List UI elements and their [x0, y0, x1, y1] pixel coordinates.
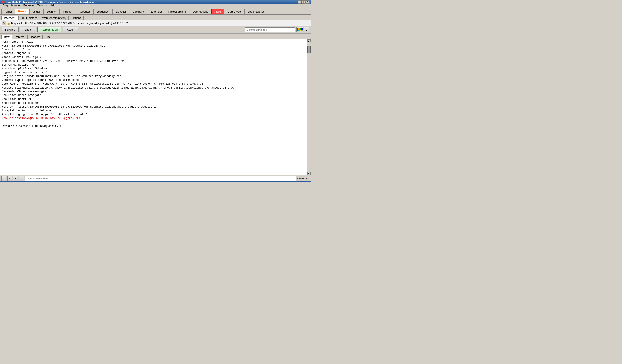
scroll-thumb[interactable]: [307, 46, 311, 53]
tab-scanner[interactable]: Scanner: [43, 9, 59, 14]
color-red: [297, 28, 298, 30]
tab-project-options[interactable]: Project options: [166, 9, 189, 14]
edit-icon[interactable]: ✎: [2, 21, 6, 25]
matches-label: 0 matches: [297, 177, 310, 180]
content-area: POST /cart HTTP/1.1 Host: 0a4e004c040be9…: [0, 39, 311, 175]
tab-proxy[interactable]: Proxy: [15, 9, 29, 14]
tab-repeater[interactable]: Repeater: [76, 9, 93, 14]
intercept-toggle-button[interactable]: Intercept is on: [37, 27, 61, 32]
color-gray: [301, 30, 303, 31]
app-title: Burp Suite Professional v1.7.37 - Tempor…: [6, 1, 94, 3]
content-tab-raw[interactable]: Raw: [1, 35, 12, 39]
scroll-down-arrow[interactable]: ▼: [307, 172, 311, 175]
comment-input[interactable]: [245, 27, 295, 32]
content-tab-headers[interactable]: Headers: [27, 35, 42, 39]
toolbar-help-button[interactable]: ?: [304, 27, 309, 32]
help-bottom-button[interactable]: ?: [1, 176, 6, 181]
content-tabs: Raw Params Headers Hex: [0, 34, 311, 39]
content-tab-params[interactable]: Params: [13, 35, 27, 39]
menu-bar: Burp Intruder Repeater Window Help: [0, 4, 311, 7]
color-blue: [301, 28, 303, 30]
action-button[interactable]: Action: [62, 27, 78, 32]
scroll-up-arrow[interactable]: ▲: [307, 39, 311, 42]
prev-button[interactable]: <: [7, 176, 12, 181]
menu-window[interactable]: Window: [36, 4, 48, 7]
subtab-intercept[interactable]: Intercept: [1, 16, 18, 20]
scrollbar-vertical[interactable]: ▲ ▼: [307, 39, 311, 175]
menu-intruder[interactable]: Intruder: [10, 4, 22, 7]
drop-button[interactable]: Drop: [20, 27, 36, 32]
tab-spider[interactable]: Spider: [29, 9, 43, 14]
main-tabs: Target Proxy Spider Scanner Intruder Rep…: [0, 7, 311, 15]
title-bar: 🔴 Burp Suite Professional v1.7.37 - Temp…: [0, 0, 311, 4]
cookie-line: Cookie: session=njmZOWJlmGXhBJwdc8ZX96gg…: [2, 117, 80, 120]
color-cyan: [298, 30, 300, 31]
sub-tabs: Intercept HTTP history WebSockets histor…: [0, 15, 311, 20]
tab-comparer[interactable]: Comparer: [130, 9, 148, 14]
subtab-options[interactable]: Options: [69, 16, 83, 20]
menu-repeater[interactable]: Repeater: [22, 4, 36, 7]
tab-target[interactable]: Target: [1, 9, 15, 14]
add-button[interactable]: +: [13, 176, 18, 181]
minimize-button[interactable]: ─: [298, 0, 301, 4]
tab-extender[interactable]: Extender: [148, 9, 165, 14]
tab-intruder[interactable]: Intruder: [60, 9, 75, 14]
bottom-bar: ? < + > 0 matches: [0, 175, 311, 182]
tab-decoder[interactable]: Decoder: [113, 9, 129, 14]
tab-sequencer[interactable]: Sequencer: [94, 9, 113, 14]
lock-icon: 🔒: [7, 21, 10, 25]
subtab-websockets-history[interactable]: WebSockets history: [39, 16, 69, 20]
color-purple: [297, 30, 298, 31]
color-grid: [297, 28, 303, 31]
close-button[interactable]: ✕: [306, 0, 310, 4]
body-line: productId=1&redir=PRODUCT&quantity=1: [2, 124, 62, 128]
color-green: [300, 28, 301, 30]
color-picker-button[interactable]: [296, 27, 303, 33]
maximize-button[interactable]: □: [302, 0, 306, 4]
tab-burpcrypto[interactable]: BurpCrypto: [225, 9, 245, 14]
color-yellow: [300, 30, 301, 31]
menu-burp[interactable]: Burp: [1, 4, 10, 7]
main-window: 🔴 Burp Suite Professional v1.7.37 - Temp…: [0, 0, 311, 182]
request-info: Request to https://0a4e004c040be95681775…: [11, 22, 128, 24]
request-body: POST /cart HTTP/1.1 Host: 0a4e004c040be9…: [0, 39, 307, 129]
app-icon: 🔴: [1, 0, 5, 4]
info-bar: ✎ 🔒 Request to https://0a4e004c040be9568…: [0, 20, 311, 26]
title-bar-controls: ─ □ ✕: [298, 0, 310, 4]
main-content: Intercept HTTP history WebSockets histor…: [0, 15, 311, 182]
tab-alerts[interactable]: Alerts: [212, 9, 224, 14]
subtab-http-history[interactable]: HTTP history: [19, 16, 39, 20]
title-bar-title: 🔴 Burp Suite Professional v1.7.37 - Temp…: [1, 0, 94, 4]
toolbar: Forward Drop Intercept is on Action ?: [0, 26, 311, 34]
menu-help[interactable]: Help: [48, 4, 57, 7]
search-input[interactable]: [25, 176, 296, 181]
tab-captcha-killer[interactable]: captcha-killer: [245, 9, 267, 14]
content-tab-hex[interactable]: Hex: [43, 35, 53, 39]
request-headers: POST /cart HTTP/1.1 Host: 0a4e004c040be9…: [2, 40, 236, 116]
tab-user-options[interactable]: User options: [190, 9, 211, 14]
color-orange: [298, 28, 300, 30]
request-scroll[interactable]: POST /cart HTTP/1.1 Host: 0a4e004c040be9…: [0, 39, 307, 175]
forward-button[interactable]: Forward: [2, 27, 19, 32]
next-button[interactable]: >: [19, 176, 24, 181]
